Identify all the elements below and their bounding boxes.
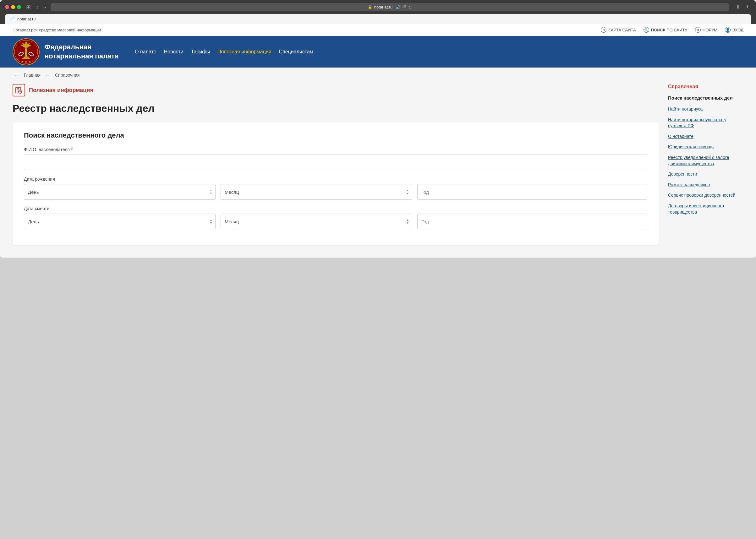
birth-month-wrap: Месяц ▲ ▼: [220, 184, 412, 200]
death-year-input[interactable]: [417, 214, 647, 229]
translate-icon: 译: [402, 4, 406, 10]
sidebar-link-about-notary[interactable]: О нотариате: [668, 133, 743, 140]
logo-emblem[interactable]: ★ ★ ★: [13, 38, 40, 65]
new-tab-button[interactable]: +: [744, 3, 751, 11]
section-header: Полезная информация: [13, 84, 659, 97]
name-label: Ф.И.О. наследодателя *: [24, 147, 647, 152]
login-icon: 👤: [725, 27, 730, 33]
death-month-select[interactable]: Месяц: [220, 214, 412, 229]
sidebar-link-heir-search[interactable]: Розыск наследников: [668, 182, 743, 188]
url-text: notariat.ru: [374, 5, 393, 9]
sidebar-link-find-chamber[interactable]: Найти нотариальную палату субъекта РФ: [668, 117, 743, 129]
svg-rect-2: [25, 48, 27, 57]
sidebar-link-proxy[interactable]: Доверенности: [668, 171, 743, 178]
search-label: ПОИСК ПО САЙТУ: [651, 28, 688, 32]
nav-tariffs[interactable]: Тарифы: [187, 49, 213, 55]
audio-icon: 🔊: [395, 5, 401, 9]
birth-date-row: День ▲ ▼ Месяц ▲ ▼: [24, 184, 647, 200]
sidebar-link-proxy-check[interactable]: Сервис проверки доверенностей: [668, 192, 743, 198]
section-icon: [13, 84, 25, 97]
forum-icon: ⚙: [695, 27, 701, 33]
sidebar-link-legal-aid[interactable]: Юридическая помощь: [668, 144, 743, 150]
sidebar-active-item: Поиск наследственных дел: [668, 95, 743, 101]
breadcrumb-reference[interactable]: Справочная: [55, 73, 79, 78]
search-icon: 🔍: [643, 27, 649, 33]
back-button[interactable]: ‹: [35, 4, 40, 11]
tab-favicon: 📄: [10, 17, 15, 21]
sidebar-toggle-icon[interactable]: ⊞: [26, 4, 31, 11]
main-nav: О палате Новости Тарифы Полезная информа…: [131, 49, 317, 55]
search-form-box: Поиск наследственного дела Ф.И.О. наслед…: [13, 122, 659, 245]
logo-area: ★ ★ ★ Федеральная нотариальная палата: [13, 38, 119, 65]
sidebar: Справочная Поиск наследственных дел Найт…: [668, 84, 743, 245]
breadcrumb: ← Главная ← Справочная: [0, 67, 756, 78]
nav-about[interactable]: О палате: [131, 49, 160, 55]
login-link[interactable]: 👤 ВХОД: [725, 27, 743, 33]
site-map-icon: ⊙: [601, 27, 607, 33]
site-map-link[interactable]: ⊙ КАРТА САЙТА: [601, 27, 636, 33]
close-button[interactable]: [5, 5, 9, 9]
sidebar-link-pledge-registry[interactable]: Реестр уведомлений о залоге движимого им…: [668, 155, 743, 167]
nav-specialists[interactable]: Специалистам: [275, 49, 317, 55]
browser-actions: ⬇ +: [734, 3, 751, 11]
active-tab[interactable]: 📄 notariat.ru: [5, 14, 751, 24]
refresh-icon[interactable]: ↻: [408, 5, 412, 10]
death-date-label: Дата смерти: [24, 206, 647, 211]
breadcrumb-arrow-home: ←: [15, 73, 19, 78]
lock-icon: 🔒: [368, 5, 372, 9]
login-label: ВХОД: [732, 28, 743, 32]
minimize-button[interactable]: [11, 5, 15, 9]
death-month-wrap: Месяц ▲ ▼: [220, 214, 412, 229]
content-wrapper: Полезная информация Реестр наследственны…: [0, 78, 756, 258]
section-title: Полезная информация: [29, 87, 93, 94]
nav-useful-info[interactable]: Полезная информация: [214, 49, 275, 55]
browser-toolbar: ⊞ ‹ › 🔒 notariat.ru 🔊 译 ↻ ⬇ +: [5, 3, 751, 11]
birth-year-wrap: [417, 184, 647, 200]
sidebar-link-find-notary[interactable]: Найти нотариуса: [668, 106, 743, 113]
browser-chrome: ⊞ ‹ › 🔒 notariat.ru 🔊 译 ↻ ⬇ + 📄 notariat…: [0, 0, 756, 24]
nav-news[interactable]: Новости: [160, 49, 187, 55]
forum-label: ФОРУМ: [703, 28, 717, 32]
birth-year-input[interactable]: [417, 184, 647, 200]
birth-month-select[interactable]: Месяц: [220, 184, 412, 200]
page-title: Реестр наследственных дел: [13, 103, 659, 114]
utility-bar: Нотариат.рф: средство массовой информаци…: [0, 24, 756, 36]
name-input[interactable]: [24, 155, 647, 170]
death-day-select[interactable]: День: [24, 214, 215, 229]
birth-date-label: Дата рождения: [24, 177, 647, 182]
download-icon[interactable]: ⬇: [734, 3, 742, 11]
main-content: Полезная информация Реестр наследственны…: [13, 84, 659, 245]
address-bar[interactable]: 🔒 notariat.ru 🔊 译 ↻: [50, 3, 729, 11]
svg-rect-4: [22, 58, 30, 59]
breadcrumb-home[interactable]: Главная: [24, 73, 41, 78]
svg-text:★ ★ ★: ★ ★ ★: [21, 60, 32, 63]
death-date-row: День ▲ ▼ Месяц ▲ ▼: [24, 214, 647, 229]
breadcrumb-arrow-ref: ←: [45, 73, 50, 78]
death-day-wrap: День ▲ ▼: [24, 214, 215, 229]
browser-content: Нотариат.рф: средство массовой информаци…: [0, 24, 756, 258]
utility-nav: ⊙ КАРТА САЙТА 🔍 ПОИСК ПО САЙТУ ⚙ ФОРУМ 👤…: [601, 27, 743, 33]
forum-link[interactable]: ⚙ ФОРУМ: [695, 27, 717, 33]
forward-button[interactable]: ›: [42, 4, 48, 11]
birth-day-select[interactable]: День: [24, 184, 215, 200]
sidebar-link-investment[interactable]: Договоры инвестиционного товарищества: [668, 203, 743, 215]
search-link[interactable]: 🔍 ПОИСК ПО САЙТУ: [643, 27, 688, 33]
tab-label: notariat.ru: [17, 17, 36, 21]
sidebar-section-title: Справочная: [668, 84, 743, 90]
birth-day-wrap: День ▲ ▼: [24, 184, 215, 200]
form-title: Поиск наследственного дела: [24, 131, 647, 139]
site-title: Федеральная нотариальная палата: [44, 43, 119, 61]
site-map-label: КАРТА САЙТА: [608, 28, 636, 32]
death-year-wrap: [417, 214, 647, 229]
traffic-lights: [5, 5, 21, 9]
main-header: ★ ★ ★ Федеральная нотариальная палата О …: [0, 36, 756, 67]
maximize-button[interactable]: [17, 5, 21, 9]
site-description: Нотариат.рф: средство массовой информаци…: [13, 28, 101, 32]
svg-rect-3: [24, 56, 29, 58]
